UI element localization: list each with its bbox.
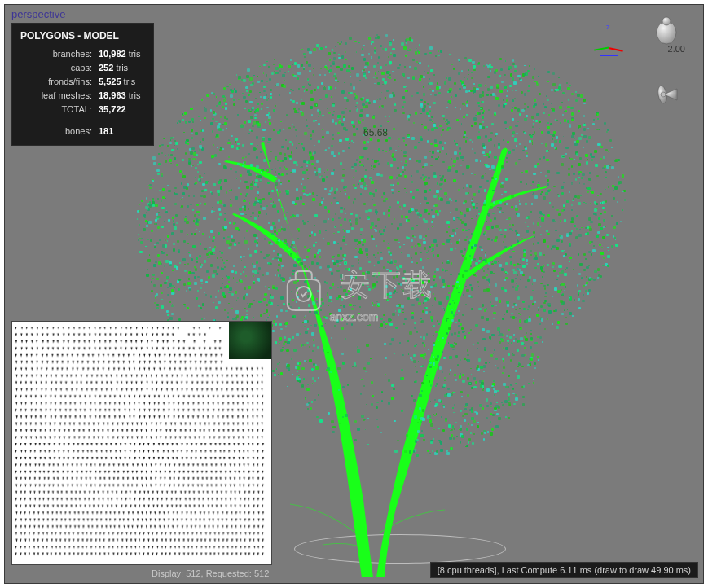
svg-point-4 bbox=[661, 92, 666, 97]
wind-fan-icon[interactable] bbox=[653, 82, 682, 107]
stats-row-caps: caps: 252 tris bbox=[20, 61, 145, 75]
tree-height-label: 65.68 bbox=[363, 127, 388, 138]
viewport-label: perspective bbox=[11, 8, 65, 20]
uv-display-info: Display: 512, Requested: 512 bbox=[152, 568, 269, 578]
stats-row-total: TOTAL: 35,722 bbox=[20, 103, 145, 116]
uv-atlas-panel[interactable] bbox=[11, 321, 272, 565]
svg-point-2 bbox=[662, 17, 671, 25]
stats-row-leafmeshes: leaf meshes: 18,963 tris bbox=[20, 89, 145, 103]
stats-label: TOTAL: bbox=[20, 103, 92, 116]
stats-label: bones: bbox=[20, 125, 92, 138]
watermark-sub: anxz.com bbox=[275, 310, 433, 323]
stats-row-fronds: fronds/fins: 5,525 tris bbox=[20, 75, 145, 89]
stats-value: 5,525 tris bbox=[92, 75, 145, 89]
stats-title: POLYGONS - MODEL bbox=[20, 29, 145, 44]
stats-value: 181 bbox=[92, 125, 145, 138]
light-value-label: 2.00 bbox=[668, 44, 685, 54]
svg-point-0 bbox=[296, 287, 310, 301]
stats-value: 35,722 bbox=[92, 103, 145, 116]
stats-row-branches: branches: 10,982 tris bbox=[20, 47, 145, 61]
stats-row-bones: bones: 181 bbox=[20, 125, 145, 138]
stats-value: 10,982 tris bbox=[92, 47, 145, 61]
watermark: 安下载 anxz.com bbox=[275, 265, 433, 323]
axis-z-label: z bbox=[606, 23, 610, 31]
watermark-main: 安下载 bbox=[341, 268, 433, 301]
viewport-3d[interactable]: perspective 65.68 bbox=[4, 4, 704, 584]
stats-label: branches: bbox=[20, 47, 92, 61]
stats-label: leaf meshes: bbox=[20, 89, 92, 103]
compute-status-bar: [8 cpu threads], Last Compute 6.11 ms (d… bbox=[430, 562, 698, 578]
axis-gizmo-icon[interactable]: z bbox=[596, 20, 630, 54]
stats-label: fronds/fins: bbox=[20, 75, 92, 89]
stats-label: caps: bbox=[20, 61, 92, 75]
watermark-icon bbox=[275, 270, 332, 314]
ground-plane-circle bbox=[294, 534, 506, 564]
stats-value: 18,963 tris bbox=[92, 89, 145, 103]
uv-preview-patch bbox=[229, 322, 271, 359]
polygon-stats-panel: POLYGONS - MODEL branches: 10,982 tris c… bbox=[11, 23, 154, 146]
stats-value: 252 tris bbox=[92, 61, 145, 75]
